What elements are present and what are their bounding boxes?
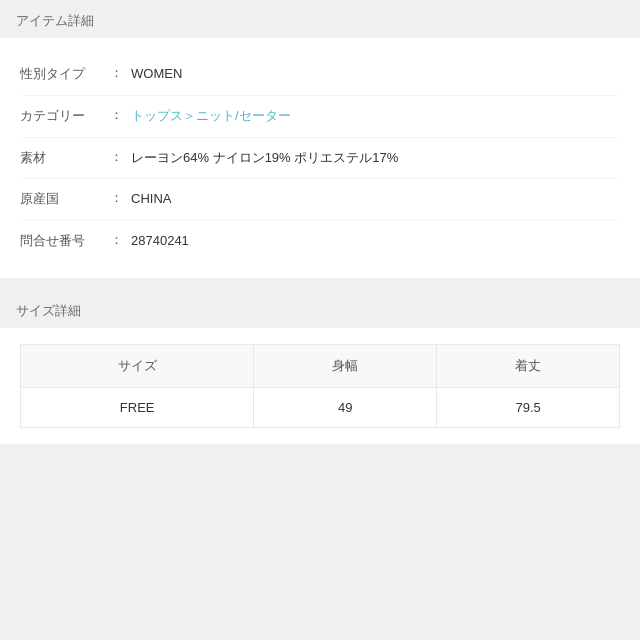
size-table-wrapper: サイズ 身幅 着丈 FREE 49 79.5 <box>0 328 640 444</box>
sep-gender: ： <box>110 64 123 82</box>
col-header-size: サイズ <box>21 344 254 387</box>
value-material: レーヨン64% ナイロン19% ポリエステル17% <box>131 148 620 169</box>
label-category: カテゴリー <box>20 106 110 125</box>
value-category[interactable]: トップス＞ニット/セーター <box>131 106 620 127</box>
bottom-area <box>0 444 640 544</box>
sep-inquiry: ： <box>110 231 123 249</box>
item-detail-card: 性別タイプ ： WOMEN カテゴリー ： トップス＞ニット/セーター 素材 ：… <box>0 38 640 278</box>
section-divider <box>0 278 640 290</box>
sep-material: ： <box>110 148 123 166</box>
size-table-header-row: サイズ 身幅 着丈 <box>21 344 620 387</box>
size-detail-title: サイズ詳細 <box>16 303 81 318</box>
value-country: CHINA <box>131 189 620 210</box>
label-gender: 性別タイプ <box>20 64 110 83</box>
size-detail-header: サイズ詳細 <box>0 290 640 328</box>
detail-row-category: カテゴリー ： トップス＞ニット/セーター <box>20 96 620 138</box>
page-wrapper: アイテム詳細 性別タイプ ： WOMEN カテゴリー ： トップス＞ニット/セー… <box>0 0 640 640</box>
item-detail-title: アイテム詳細 <box>16 13 94 28</box>
sep-country: ： <box>110 189 123 207</box>
size-table: サイズ 身幅 着丈 FREE 49 79.5 <box>20 344 620 428</box>
detail-row-inquiry: 問合せ番号 ： 28740241 <box>20 221 620 262</box>
label-inquiry: 問合せ番号 <box>20 231 110 250</box>
label-material: 素材 <box>20 148 110 167</box>
table-row: FREE 49 79.5 <box>21 387 620 427</box>
detail-row-material: 素材 ： レーヨン64% ナイロン19% ポリエステル17% <box>20 138 620 180</box>
value-inquiry: 28740241 <box>131 231 620 252</box>
label-country: 原産国 <box>20 189 110 208</box>
detail-row-country: 原産国 ： CHINA <box>20 179 620 221</box>
detail-row-gender: 性別タイプ ： WOMEN <box>20 54 620 96</box>
cell-size-name: FREE <box>21 387 254 427</box>
col-header-body-width: 身幅 <box>254 344 437 387</box>
item-detail-header: アイテム詳細 <box>0 0 640 38</box>
cell-length: 79.5 <box>437 387 620 427</box>
col-header-length: 着丈 <box>437 344 620 387</box>
value-gender: WOMEN <box>131 64 620 85</box>
sep-category: ： <box>110 106 123 124</box>
cell-body-width: 49 <box>254 387 437 427</box>
